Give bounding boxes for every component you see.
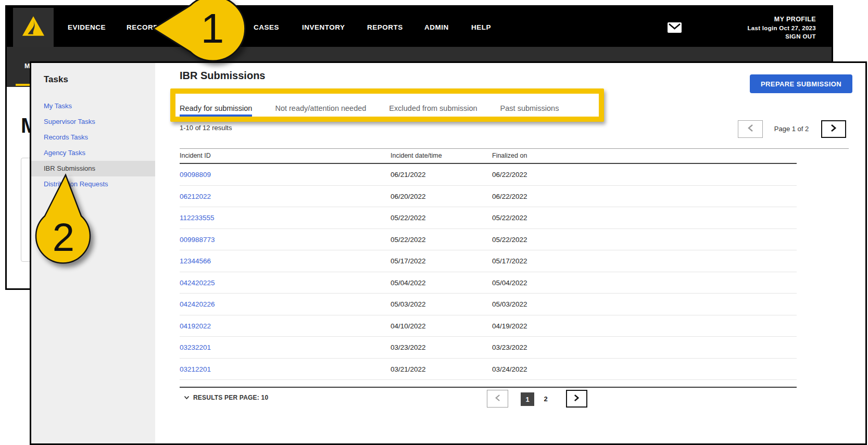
nav-item-admin[interactable]: ADMIN	[424, 23, 449, 31]
main-content: IBR Submissions PREPARE SUBMISSION Ready…	[155, 63, 865, 443]
my-profile-link[interactable]: MY PROFILE	[747, 15, 816, 24]
page-indicator: Page 1 of 2	[763, 125, 820, 133]
sidebar-item-my-tasks[interactable]: My Tasks	[31, 98, 155, 114]
finalized-on: 05/03/2022	[492, 294, 527, 315]
incident-datetime: 05/17/2022	[391, 250, 426, 272]
incident-id-link[interactable]: 03232201	[180, 337, 211, 359]
chevron-left-icon	[495, 394, 500, 404]
tabs-highlight-frame: Ready for submission Not ready/attention…	[170, 88, 604, 122]
incident-datetime: 06/21/2022	[391, 164, 426, 186]
finalized-on: 05/17/2022	[492, 250, 527, 272]
tab-ready-for-submission[interactable]: Ready for submission	[180, 104, 252, 117]
finalized-on: 05/22/2022	[492, 207, 527, 229]
bottom-prev-page-button[interactable]	[487, 390, 508, 408]
column-header-incident-id: Incident ID	[180, 149, 211, 163]
incident-datetime: 04/10/2022	[391, 315, 426, 337]
incident-datetime: 05/04/2022	[391, 272, 426, 294]
top-prev-page-button[interactable]	[738, 120, 763, 138]
table-row: 042420226 05/03/2022 05/03/2022	[180, 294, 797, 315]
column-header-finalized-on: Finalized on	[492, 149, 527, 163]
sidebar-item-records-tasks[interactable]: Records Tasks	[31, 130, 155, 145]
incident-id-link[interactable]: 042420225	[180, 272, 215, 294]
incident-datetime: 06/20/2022	[391, 186, 426, 208]
finalized-on: 06/22/2022	[492, 164, 527, 186]
incident-id-link[interactable]: 04192022	[180, 315, 211, 337]
profile-box: MY PROFILE Last login Oct 27, 2023 SIGN …	[747, 15, 816, 41]
table-row: 009988773 05/22/2022 05/22/2022	[180, 229, 797, 251]
nav-item-evidence[interactable]: EVIDENCE	[68, 23, 106, 31]
tab-not-ready-attention-needed[interactable]: Not ready/attention needed	[275, 104, 366, 117]
last-login-text: Last login Oct 27, 2023	[747, 24, 816, 32]
sidebar-item-supervisor-tasks[interactable]: Supervisor Tasks	[31, 114, 155, 130]
tasks-sidebar: Tasks My Tasks Supervisor Tasks Records …	[31, 63, 155, 443]
page-number-1[interactable]: 1	[521, 392, 534, 406]
table-row: 12344566 05/17/2022 05/17/2022	[180, 250, 797, 272]
table-row: 03232201 03/23/2022 03/23/2022	[180, 337, 797, 359]
results-summary: 1-10 of 12 results	[180, 124, 232, 132]
incident-datetime: 05/22/2022	[391, 207, 426, 229]
logo-tile[interactable]	[13, 8, 54, 47]
nav-item-reports[interactable]: REPORTS	[367, 23, 403, 31]
incident-datetime: 05/22/2022	[391, 229, 426, 251]
nav-item-cases[interactable]: CASES	[254, 23, 279, 31]
table-row: 04192022 04/10/2022 04/19/2022	[180, 315, 797, 337]
results-per-page-control[interactable]: RESULTS PER PAGE: 10	[184, 394, 268, 401]
results-per-page-label: RESULTS PER PAGE: 10	[193, 394, 268, 401]
axon-delta-logo-icon	[21, 15, 45, 40]
chevron-down-icon	[184, 394, 190, 401]
page-title: IBR Submissions	[180, 70, 265, 82]
finalized-on: 03/23/2022	[492, 337, 527, 359]
nav-item-help[interactable]: HELP	[471, 23, 491, 31]
table-row: 112233555 05/22/2022 05/22/2022	[180, 207, 797, 229]
top-nav-bar: EVIDENCE RECORDS CASES INVENTORY REPORTS…	[7, 7, 832, 47]
incident-datetime: 05/03/2022	[391, 294, 426, 315]
finalized-on: 04/19/2022	[492, 315, 527, 337]
chevron-right-icon	[831, 124, 837, 134]
bottom-next-page-button[interactable]	[566, 390, 587, 408]
incident-datetime: 03/23/2022	[391, 337, 426, 359]
mail-icon[interactable]	[668, 22, 682, 33]
active-tab-underline	[16, 84, 30, 86]
top-next-page-button[interactable]	[821, 120, 846, 138]
sidebar-list: My Tasks Supervisor Tasks Records Tasks …	[31, 98, 155, 192]
table-row: 06212022 06/20/2022 06/22/2022	[180, 186, 797, 208]
incident-id-link[interactable]: 06212022	[180, 186, 211, 208]
incident-id-link[interactable]: 03212201	[180, 359, 211, 380]
table-bottom-divider	[180, 387, 797, 388]
screenshot-canvas: EVIDENCE RECORDS CASES INVENTORY REPORTS…	[0, 0, 868, 445]
incident-id-link[interactable]: 09098809	[180, 164, 211, 186]
sidebar-item-ibr-submissions[interactable]: IBR Submissions	[31, 161, 155, 176]
incident-id-link[interactable]: 042420226	[180, 294, 215, 315]
incident-id-link[interactable]: 12344566	[180, 250, 211, 272]
prepare-submission-button[interactable]: PREPARE SUBMISSION	[750, 74, 852, 93]
table-header-row: Incident ID Incident date/time Finalized…	[180, 149, 797, 163]
finalized-on: 05/04/2022	[492, 272, 527, 294]
tab-past-submissions[interactable]: Past submissions	[500, 104, 559, 117]
sidebar-item-distribution-requests[interactable]: Distribution Requests	[31, 176, 155, 192]
table-row: 03212201 03/21/2022 03/24/2022	[180, 359, 797, 380]
chevron-left-icon	[747, 124, 753, 134]
incident-id-link[interactable]: 112233555	[180, 207, 215, 229]
sidebar-item-agency-tasks[interactable]: Agency Tasks	[31, 145, 155, 161]
table-row: 09098809 06/21/2022 06/22/2022	[180, 164, 797, 186]
column-header-incident-datetime: Incident date/time	[391, 149, 442, 163]
incident-id-link[interactable]: 009988773	[180, 229, 215, 251]
table-row: 042420225 05/04/2022 05/04/2022	[180, 272, 797, 294]
nav-item-records[interactable]: RECORDS	[127, 23, 163, 31]
tab-excluded-from-submission[interactable]: Excluded from submission	[389, 104, 477, 117]
finalized-on: 03/24/2022	[492, 359, 527, 380]
incident-datetime: 03/21/2022	[391, 359, 426, 380]
sign-out-link[interactable]: SIGN OUT	[747, 32, 816, 41]
chevron-right-icon	[574, 394, 580, 404]
page-number-2[interactable]: 2	[541, 395, 550, 403]
sidebar-title: Tasks	[44, 74, 155, 85]
finalized-on: 06/22/2022	[492, 186, 527, 208]
finalized-on: 05/22/2022	[492, 229, 527, 251]
submissions-table: Incident ID Incident date/time Finalized…	[180, 148, 797, 388]
ibr-submissions-panel: Tasks My Tasks Supervisor Tasks Records …	[30, 61, 867, 445]
nav-item-inventory[interactable]: INVENTORY	[302, 23, 345, 31]
